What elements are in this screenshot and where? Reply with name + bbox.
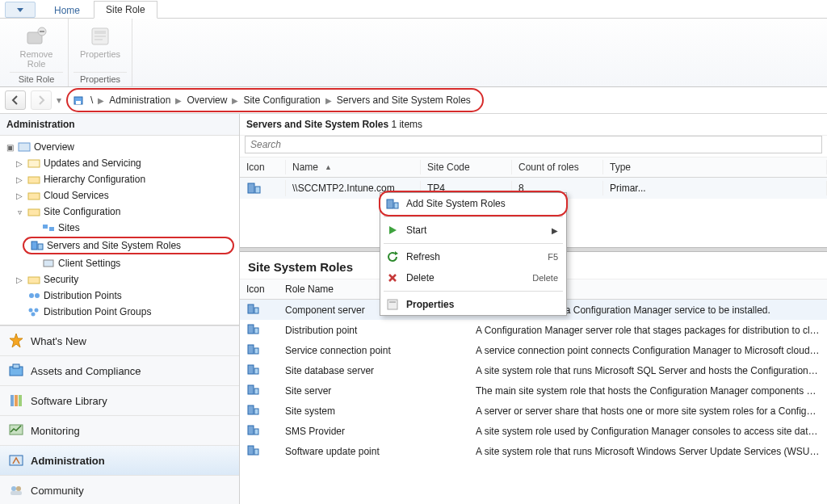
- col-name[interactable]: Name▲: [286, 160, 421, 174]
- svg-rect-4: [94, 31, 106, 34]
- context-menu: Add Site System Roles Start ▶ Refresh F5…: [380, 192, 567, 316]
- svg-rect-11: [28, 177, 40, 183]
- cm-shortcut: F5: [548, 252, 558, 262]
- tree-label: Hierarchy Configuration: [44, 174, 145, 185]
- chevron-down-icon: [17, 8, 23, 12]
- wb-monitoring[interactable]: Monitoring: [0, 415, 239, 445]
- svg-rect-13: [28, 209, 40, 216]
- ribbon-group-label-site-role: Site Role: [10, 72, 63, 86]
- tree-servers-and-site-system-roles[interactable]: Servers and Site System Roles: [23, 237, 234, 254]
- svg-point-20: [29, 293, 34, 298]
- tab-site-role[interactable]: Site Role: [94, 1, 157, 19]
- role-row[interactable]: Distribution pointA Configuration Manage…: [240, 320, 827, 340]
- cm-delete[interactable]: Delete Delete: [380, 267, 566, 288]
- wb-assets-and-compliance[interactable]: Assets and Compliance: [0, 355, 239, 385]
- cm-start[interactable]: Start ▶: [380, 220, 566, 241]
- col-type[interactable]: Type: [603, 160, 827, 174]
- wb-administration[interactable]: Administration: [0, 445, 239, 475]
- crumb-servers[interactable]: Servers and Site System Roles: [337, 94, 471, 106]
- assets-icon: [8, 363, 24, 379]
- role-name: Site database server: [279, 363, 469, 378]
- wunderbar: What's New Assets and Compliance Softwar…: [0, 325, 239, 504]
- crumb-site-configuration[interactable]: Site Configuration▶: [243, 94, 331, 106]
- role-name: Distribution point: [279, 323, 469, 338]
- role-row[interactable]: Service connection pointA service connec…: [240, 340, 827, 360]
- tree-distribution-point-groups[interactable]: Distribution Point Groups: [0, 304, 239, 320]
- role-name: Site server: [279, 384, 469, 398]
- tree-label: Updates and Servicing: [44, 158, 141, 169]
- cm-refresh[interactable]: Refresh F5: [380, 246, 566, 267]
- cm-label: Properties: [406, 299, 558, 310]
- role-row[interactable]: Software update pointA site system role …: [240, 441, 827, 461]
- server-grid-header[interactable]: Icon Name▲ Site Code Count of roles Type: [240, 157, 827, 178]
- col-icon[interactable]: Icon: [240, 160, 286, 174]
- search-input[interactable]: [245, 136, 822, 153]
- svg-rect-29: [15, 395, 18, 406]
- role-icon: [246, 302, 259, 315]
- crumb-administration[interactable]: Administration▶: [109, 94, 182, 106]
- svg-rect-17: [38, 244, 43, 250]
- svg-rect-55: [394, 203, 398, 208]
- updates-icon: [27, 158, 40, 169]
- svg-rect-46: [248, 385, 254, 394]
- tree-distribution-points[interactable]: Distribution Points: [0, 288, 239, 304]
- tree-hierarchy[interactable]: ▷ Hierarchy Configuration: [0, 171, 239, 187]
- role-icon: [246, 322, 259, 335]
- search-container: [240, 136, 827, 157]
- nav-tree: ▣ Overview ▷ Updates and Servicing ▷ Hie…: [0, 136, 239, 323]
- tree-updates[interactable]: ▷ Updates and Servicing: [0, 155, 239, 171]
- svg-rect-47: [254, 388, 258, 394]
- role-row[interactable]: Site serverThe main site system role tha…: [240, 380, 827, 401]
- breadcrumb[interactable]: \▶ Administration▶ Overview▶ Site Config…: [66, 88, 484, 112]
- ribbon-group-label-properties: Properties: [73, 72, 127, 86]
- roles-grid-body: Component serverAny server requiring a C…: [240, 300, 827, 461]
- remove-role-icon: [25, 25, 48, 48]
- servers-icon: [31, 240, 44, 251]
- crumb-overview[interactable]: Overview▶: [187, 94, 238, 106]
- wb-software-library[interactable]: Software Library: [0, 385, 239, 415]
- col-site-code[interactable]: Site Code: [421, 160, 512, 174]
- remove-role-button[interactable]: Remove Role: [17, 22, 57, 72]
- cm-add-site-system-roles[interactable]: Add Site System Roles: [380, 193, 566, 214]
- col-role-icon[interactable]: Icon: [240, 284, 279, 295]
- wb-community[interactable]: Community: [0, 475, 239, 504]
- nav-header: Administration: [0, 114, 239, 136]
- properties-icon: [89, 25, 111, 48]
- properties-button[interactable]: Properties: [77, 22, 124, 62]
- wb-whats-new[interactable]: What's New: [0, 326, 239, 355]
- role-row[interactable]: SMS ProviderA site system role used by C…: [240, 421, 827, 441]
- svg-rect-5: [94, 36, 106, 37]
- tree-cloud-services[interactable]: ▷ Cloud Services: [0, 187, 239, 204]
- tree-label: Security: [44, 274, 78, 285]
- submenu-arrow-icon: ▶: [552, 226, 558, 235]
- tree-overview[interactable]: ▣ Overview: [0, 139, 239, 155]
- tree-site-configuration[interactable]: ▿ Site Configuration: [0, 204, 239, 220]
- col-count[interactable]: Count of roles: [512, 160, 603, 174]
- cm-properties[interactable]: Properties: [380, 294, 566, 315]
- tree-label: Site Configuration: [44, 206, 120, 217]
- tree-client-settings[interactable]: Client Settings: [0, 255, 239, 271]
- svg-rect-51: [254, 429, 258, 435]
- crumb-root[interactable]: \▶: [90, 94, 104, 106]
- svg-point-21: [35, 293, 40, 298]
- role-name: Software update point: [279, 444, 469, 459]
- role-desc: The main site system role that hosts the…: [469, 384, 827, 398]
- community-icon: [8, 482, 24, 498]
- tree-overview-label: Overview: [34, 141, 74, 153]
- role-name: Site system: [279, 404, 469, 418]
- svg-rect-44: [248, 365, 254, 374]
- svg-rect-52: [248, 446, 254, 455]
- refresh-icon: [385, 250, 400, 264]
- tab-home[interactable]: Home: [42, 2, 92, 19]
- role-row[interactable]: Site systemA server or server share that…: [240, 401, 827, 421]
- role-icon: [246, 443, 259, 456]
- quickaccess-dropdown[interactable]: [5, 2, 36, 18]
- tree-security[interactable]: ▷ Security: [0, 271, 239, 288]
- nav-back-button[interactable]: [5, 90, 26, 110]
- list-title: Servers and Site System Roles 1 items: [240, 114, 827, 136]
- tree-label: Sites: [58, 222, 80, 233]
- nav-forward-button[interactable]: [31, 90, 52, 110]
- tree-sites[interactable]: Sites: [0, 220, 239, 236]
- svg-rect-35: [10, 491, 22, 495]
- role-row[interactable]: Site database serverA site system role t…: [240, 360, 827, 380]
